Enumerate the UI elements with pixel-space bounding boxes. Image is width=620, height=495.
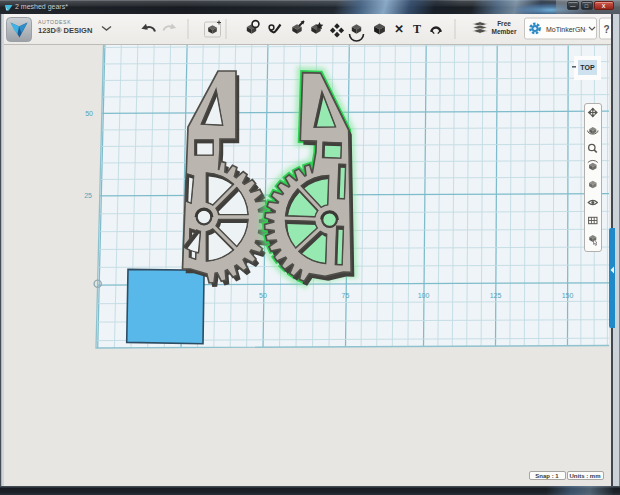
svg-text:Free: Free (497, 20, 511, 27)
svg-text:..: .. (583, 24, 587, 31)
svg-text:150: 150 (562, 292, 574, 299)
svg-text:AUTODESK: AUTODESK (38, 19, 71, 25)
svg-text:125: 125 (490, 292, 502, 299)
svg-text:50: 50 (85, 110, 93, 117)
svg-text:Member: Member (492, 28, 517, 35)
svg-text:?: ? (603, 24, 609, 35)
svg-text:75: 75 (342, 292, 350, 299)
svg-text:T: T (413, 22, 421, 36)
svg-text:MoTinkerGN: MoTinkerGN (546, 26, 585, 33)
svg-text:100: 100 (418, 292, 430, 299)
svg-text:123D® DESIGN: 123D® DESIGN (38, 26, 92, 35)
svg-text:25: 25 (84, 192, 92, 199)
svg-text:✕: ✕ (394, 23, 404, 35)
svg-text:50: 50 (259, 292, 267, 299)
